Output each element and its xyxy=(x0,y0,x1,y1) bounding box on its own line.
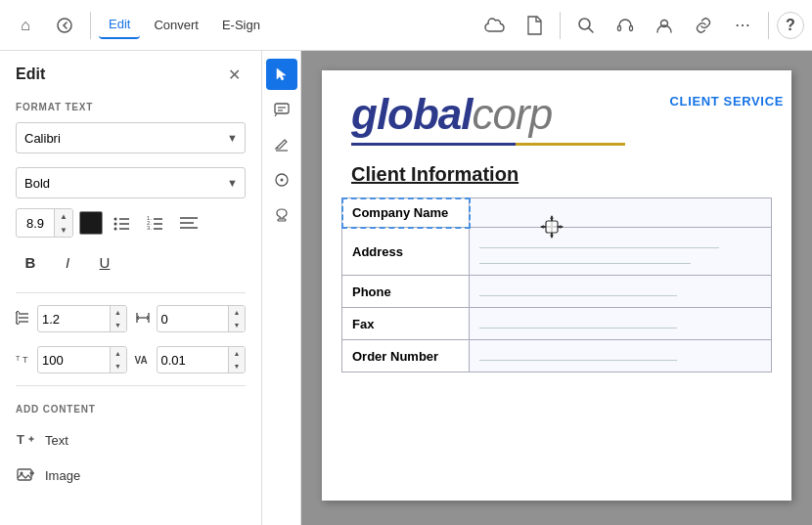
stamp-tool[interactable] xyxy=(266,199,297,231)
baseline-up[interactable]: ▲ xyxy=(229,347,245,360)
link-tool[interactable] xyxy=(266,164,297,196)
account-icon[interactable] xyxy=(647,8,682,43)
font-size-input[interactable] xyxy=(17,216,54,231)
svg-rect-33 xyxy=(18,469,31,480)
help-icon[interactable]: ? xyxy=(777,12,804,39)
svg-text:T: T xyxy=(17,432,24,447)
color-picker[interactable] xyxy=(79,211,103,235)
font-family-select-wrapper: Calibri Arial Times New Roman ▼ xyxy=(16,122,246,153)
address-label: Address xyxy=(342,228,470,276)
move-cursor-icon xyxy=(538,213,565,241)
ordered-list-btn[interactable]: 1. 2. 3. xyxy=(142,209,169,237)
svg-text:3.: 3. xyxy=(147,225,152,231)
line-spacing-item: ▲ ▼ xyxy=(16,305,127,332)
page-document: globalcorp CLIENT SERVICE Client Informa… xyxy=(322,70,791,501)
svg-point-6 xyxy=(114,218,117,221)
menu-convert[interactable]: Convert xyxy=(144,12,208,38)
line-spacing-arrows: ▲ ▼ xyxy=(110,306,126,331)
close-button[interactable]: ✕ xyxy=(222,63,246,86)
line-spacing-up[interactable]: ▲ xyxy=(111,306,126,319)
back-icon[interactable] xyxy=(47,8,82,43)
svg-point-10 xyxy=(114,228,117,231)
font-family-select[interactable]: Calibri Arial Times New Roman xyxy=(16,122,246,153)
address-line2 xyxy=(479,254,691,264)
svg-text:T: T xyxy=(23,355,28,365)
menu-esign[interactable]: E-Sign xyxy=(212,12,270,38)
sep2 xyxy=(560,12,561,39)
char-spacing-down[interactable]: ▼ xyxy=(229,319,245,331)
address-line1 xyxy=(479,239,719,248)
scale-wrap: ▲ ▼ xyxy=(37,346,127,373)
font-size-input-wrap: ▲ ▼ xyxy=(16,208,73,238)
scale-item: T T ▲ ▼ xyxy=(16,346,127,373)
scale-arrows: ▲ ▼ xyxy=(110,347,126,372)
comment-tool[interactable] xyxy=(266,94,297,125)
link-icon[interactable] xyxy=(686,8,721,43)
table-row: Order Number xyxy=(342,340,772,372)
baseline-down[interactable]: ▼ xyxy=(229,360,245,372)
fax-line xyxy=(479,319,677,328)
format-text-label: FORMAT TEXT xyxy=(0,94,261,118)
align-btn[interactable] xyxy=(175,209,203,237)
company-name-value[interactable] xyxy=(470,198,772,228)
baseline-input[interactable] xyxy=(158,353,229,368)
sep1 xyxy=(90,12,91,39)
char-spacing-wrap: ▲ ▼ xyxy=(157,305,247,332)
file-icon[interactable] xyxy=(517,8,552,43)
phone-value[interactable] xyxy=(470,276,772,308)
panel-title: Edit xyxy=(16,66,45,83)
font-size-down[interactable]: ▼ xyxy=(55,223,72,237)
line-spacing-icon xyxy=(16,310,33,328)
line-spacing-down[interactable]: ▼ xyxy=(111,319,126,331)
baseline-item: VA ▲ ▼ xyxy=(135,346,247,373)
metrics-row2: T T ▲ ▼ VA xyxy=(0,342,261,377)
char-spacing-item: ▲ ▼ xyxy=(135,305,247,332)
unordered-list-btn[interactable] xyxy=(109,209,136,237)
svg-rect-37 xyxy=(275,104,289,113)
text-item-label: Text xyxy=(45,433,68,448)
headphone-icon[interactable] xyxy=(608,8,643,43)
add-content-label: ADD CONTENT xyxy=(0,394,261,422)
scale-input[interactable] xyxy=(38,353,110,368)
line-spacing-input[interactable] xyxy=(38,312,110,327)
underline-button[interactable]: U xyxy=(90,247,119,277)
svg-rect-4 xyxy=(630,25,633,30)
logo-underline xyxy=(351,143,625,146)
char-spacing-input[interactable] xyxy=(158,312,229,327)
form-table: Company Name xyxy=(341,197,772,372)
scale-up[interactable]: ▲ xyxy=(111,347,126,360)
menu-edit[interactable]: Edit xyxy=(99,11,140,39)
add-text-item[interactable]: T Text xyxy=(0,422,261,458)
cloud-icon[interactable] xyxy=(477,8,513,43)
line-spacing-wrap: ▲ ▼ xyxy=(37,305,127,332)
order-number-value[interactable] xyxy=(470,340,772,372)
search-icon[interactable] xyxy=(568,8,604,43)
font-size-up[interactable]: ▲ xyxy=(55,209,72,223)
font-weight-select[interactable]: Bold Regular Italic Bold Italic xyxy=(16,167,246,198)
sep3 xyxy=(768,12,769,39)
client-info-title: Client Information xyxy=(322,153,791,197)
italic-button[interactable]: I xyxy=(53,247,82,277)
metrics-row1: ▲ ▼ ▲ xyxy=(0,301,261,336)
scale-down[interactable]: ▼ xyxy=(111,360,126,372)
address-value[interactable] xyxy=(470,228,772,276)
logo-global: global xyxy=(351,90,473,139)
left-panel: Edit ✕ FORMAT TEXT Calibri Arial Times N… xyxy=(0,51,262,525)
char-spacing-icon xyxy=(135,310,153,328)
add-image-item[interactable]: Image xyxy=(0,458,261,493)
top-bar-right: ⋯ ? xyxy=(477,8,804,43)
char-spacing-arrows: ▲ ▼ xyxy=(228,306,245,331)
home-icon[interactable]: ⌂ xyxy=(8,8,43,43)
svg-point-8 xyxy=(114,223,117,226)
bold-button[interactable]: B xyxy=(16,247,45,277)
edit-text-tool[interactable] xyxy=(266,129,297,160)
order-number-label: Order Number xyxy=(342,340,470,372)
style-row: B I U xyxy=(0,243,261,284)
char-spacing-up[interactable]: ▲ xyxy=(229,306,245,319)
image-add-icon xyxy=(16,465,35,485)
more-icon[interactable]: ⋯ xyxy=(725,8,760,43)
fax-value[interactable] xyxy=(470,308,772,340)
size-row: ▲ ▼ 1. 2. xyxy=(0,202,261,243)
select-tool[interactable] xyxy=(266,59,297,90)
baseline-arrows: ▲ ▼ xyxy=(228,347,245,372)
